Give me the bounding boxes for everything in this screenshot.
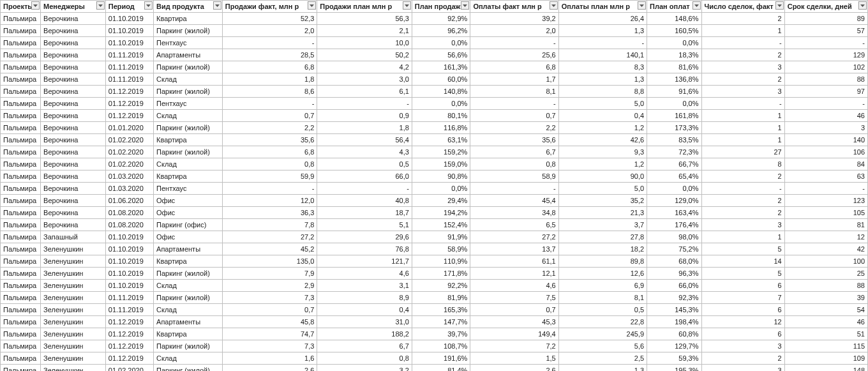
cell-project[interactable]: Пальмира (1, 110, 41, 122)
cell-sales_pct[interactable]: 161,3% (412, 61, 470, 73)
cell-pay_fact[interactable]: 27,2 (470, 231, 558, 243)
cell-product[interactable]: Пентхаус (154, 37, 223, 49)
cell-deals[interactable]: 2 (701, 352, 784, 365)
cell-deals[interactable]: 2 (701, 13, 784, 25)
cell-pay_plan[interactable]: 42,6 (558, 134, 647, 146)
cell-pay_plan[interactable]: 5,0 (558, 183, 647, 195)
cell-deals[interactable]: - (701, 183, 784, 195)
cell-sales_pct[interactable]: 96,2% (412, 25, 470, 37)
cell-sales_plan[interactable]: 6,1 (317, 86, 412, 98)
cell-sales_fact[interactable]: 36,3 (222, 207, 317, 219)
cell-days[interactable]: 88 (784, 280, 867, 292)
column-header-days[interactable]: Срок сделки, дней (784, 1, 867, 13)
cell-manager[interactable]: Верочкина (41, 86, 106, 98)
cell-sales_plan[interactable]: 0,5 (317, 158, 412, 170)
cell-project[interactable]: Пальмира (1, 328, 41, 340)
cell-project[interactable]: Пальмира (1, 304, 41, 316)
cell-pay_plan[interactable]: 140,1 (558, 49, 647, 61)
filter-dropdown-icon[interactable] (403, 1, 411, 10)
cell-days[interactable]: 148 (784, 365, 867, 372)
cell-sales_plan[interactable]: 56,3 (317, 13, 412, 25)
cell-sales_pct[interactable]: 91,9% (412, 231, 470, 243)
cell-manager[interactable]: Верочкина (41, 158, 106, 170)
cell-sales_fact[interactable]: 0,7 (222, 304, 317, 316)
cell-pay_pct[interactable]: 65,4% (647, 170, 701, 183)
cell-sales_pct[interactable]: 0,0% (412, 98, 470, 110)
cell-pay_plan[interactable]: 21,3 (558, 207, 647, 219)
cell-sales_plan[interactable]: 56,4 (317, 134, 412, 146)
cell-product[interactable]: Квартира (154, 170, 223, 183)
cell-deals[interactable]: 6 (701, 280, 784, 292)
cell-sales_plan[interactable]: 76,8 (317, 243, 412, 255)
cell-period[interactable]: 01.02.2020 (105, 158, 153, 170)
cell-days[interactable]: 123 (784, 195, 867, 207)
cell-pay_fact[interactable]: 1,7 (470, 73, 558, 86)
cell-sales_fact[interactable]: 7,3 (222, 340, 317, 352)
cell-project[interactable]: Пальмира (1, 219, 41, 231)
cell-project[interactable]: Пальмира (1, 195, 41, 207)
column-header-sales_plan[interactable]: Продажи план млн р (317, 1, 412, 13)
filter-dropdown-icon[interactable] (144, 1, 153, 10)
cell-sales_fact[interactable]: 7,9 (222, 268, 317, 280)
cell-period[interactable]: 01.02.2020 (105, 134, 153, 146)
column-header-manager[interactable]: Менеджеры (41, 1, 106, 13)
cell-pay_plan[interactable]: 90,0 (558, 170, 647, 183)
cell-sales_fact[interactable]: 6,8 (222, 61, 317, 73)
cell-project[interactable]: Пальмира (1, 340, 41, 352)
cell-days[interactable]: 42 (784, 243, 867, 255)
cell-pay_pct[interactable]: 161,8% (647, 110, 701, 122)
cell-pay_plan[interactable]: 1,3 (558, 365, 647, 372)
cell-manager[interactable]: Верочкина (41, 183, 106, 195)
cell-project[interactable]: Пальмира (1, 268, 41, 280)
cell-pay_pct[interactable]: 81,6% (647, 61, 701, 73)
cell-period[interactable]: 01.10.2019 (105, 243, 153, 255)
cell-project[interactable]: Пальмира (1, 365, 41, 372)
cell-deals[interactable]: 2 (701, 207, 784, 219)
cell-days[interactable]: 39 (784, 292, 867, 304)
cell-project[interactable]: Пальмира (1, 98, 41, 110)
cell-deals[interactable]: 3 (701, 219, 784, 231)
cell-manager[interactable]: Верочкина (41, 73, 106, 86)
cell-days[interactable]: - (784, 183, 867, 195)
cell-pay_plan[interactable]: 27,8 (558, 231, 647, 243)
cell-pay_fact[interactable]: 0,7 (470, 304, 558, 316)
cell-product[interactable]: Офис (154, 231, 223, 243)
cell-pay_pct[interactable]: 98,0% (647, 231, 701, 243)
cell-deals[interactable]: 3 (701, 365, 784, 372)
cell-deals[interactable]: 3 (701, 340, 784, 352)
cell-sales_plan[interactable]: 0,4 (317, 304, 412, 316)
cell-period[interactable]: 01.03.2020 (105, 183, 153, 195)
cell-deals[interactable]: 27 (701, 146, 784, 158)
cell-deals[interactable]: 1 (701, 231, 784, 243)
cell-project[interactable]: Пальмира (1, 122, 41, 134)
cell-product[interactable]: Паркинг (жилой) (154, 340, 223, 352)
cell-pay_plan[interactable]: 22,8 (558, 316, 647, 328)
cell-pay_fact[interactable]: 4,6 (470, 280, 558, 292)
cell-product[interactable]: Склад (154, 304, 223, 316)
cell-product[interactable]: Офис (154, 195, 223, 207)
cell-pay_pct[interactable]: 160,5% (647, 25, 701, 37)
cell-deals[interactable]: 3 (701, 86, 784, 98)
cell-sales_pct[interactable]: 165,3% (412, 304, 470, 316)
cell-deals[interactable]: 1 (701, 110, 784, 122)
cell-manager[interactable]: Зеленушкин (41, 304, 106, 316)
cell-product[interactable]: Паркинг (жилой) (154, 61, 223, 73)
column-header-sales_fact[interactable]: Продажи факт, млн р (222, 1, 317, 13)
cell-period[interactable]: 01.11.2019 (105, 292, 153, 304)
cell-pay_pct[interactable]: 0,0% (647, 37, 701, 49)
cell-manager[interactable]: Зеленушкин (41, 328, 106, 340)
cell-project[interactable]: Пальмира (1, 86, 41, 98)
cell-sales_plan[interactable]: 0,8 (317, 352, 412, 365)
cell-period[interactable]: 01.06.2020 (105, 195, 153, 207)
column-header-period[interactable]: Период (105, 1, 153, 13)
cell-product[interactable]: Квартира (154, 328, 223, 340)
cell-manager[interactable]: Верочкина (41, 61, 106, 73)
cell-sales_fact[interactable]: 1,6 (222, 352, 317, 365)
cell-sales_fact[interactable]: 2,0 (222, 25, 317, 37)
cell-manager[interactable]: Зеленушкин (41, 268, 106, 280)
cell-sales_plan[interactable]: - (317, 98, 412, 110)
cell-product[interactable]: Паркинг (жилой) (154, 86, 223, 98)
cell-sales_pct[interactable]: 81,9% (412, 292, 470, 304)
cell-manager[interactable]: Верочкина (41, 122, 106, 134)
cell-product[interactable]: Склад (154, 280, 223, 292)
